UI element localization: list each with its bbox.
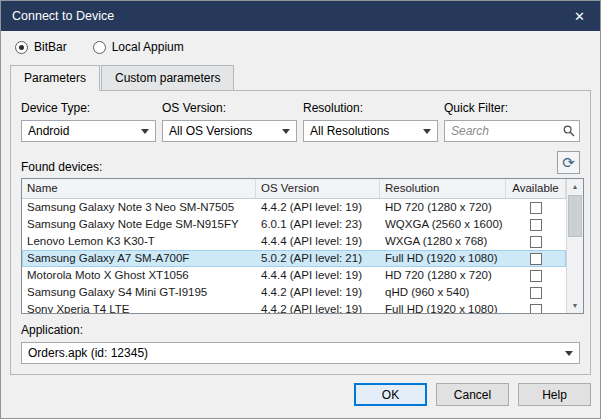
tab-custom-parameters-label: Custom parameters: [115, 71, 220, 85]
radio-selected-icon: [15, 41, 28, 54]
cell-os-version: 4.4.2 (API level: 19): [256, 284, 380, 301]
resolution-value: All Resolutions: [310, 124, 389, 138]
vertical-scrollbar[interactable]: ▲ ▼: [566, 179, 583, 313]
application-label: Application:: [21, 323, 580, 337]
connection-type-radios: BitBar Local Appium: [1, 31, 600, 59]
quick-filter-input[interactable]: [444, 120, 580, 142]
cell-name: Samsung Galaxy A7 SM-A700F: [22, 250, 256, 267]
available-checkbox[interactable]: [530, 253, 542, 265]
application-value: Orders.apk (id: 12345): [28, 346, 148, 360]
close-icon[interactable]: ✕: [571, 8, 588, 25]
device-type-value: Android: [28, 124, 69, 138]
cell-resolution: qHD (960 x 540): [380, 284, 506, 301]
chevron-down-icon: [565, 351, 573, 356]
cell-name: Lenovo Lemon K3 K30-T: [22, 233, 256, 250]
radio-unselected-icon: [93, 41, 106, 54]
cell-os-version: 4.4.4 (API level: 19): [256, 233, 380, 250]
column-header-resolution[interactable]: Resolution: [380, 179, 506, 198]
available-checkbox[interactable]: [530, 287, 542, 299]
resolution-select[interactable]: All Resolutions: [303, 120, 438, 142]
cell-name: Sony Xperia T4 LTE: [22, 301, 256, 314]
ok-button[interactable]: OK: [354, 383, 427, 406]
resolution-label: Resolution:: [303, 101, 438, 115]
chevron-down-icon: [282, 129, 290, 134]
available-checkbox[interactable]: [530, 236, 542, 248]
radio-bitbar[interactable]: BitBar: [15, 40, 67, 54]
cell-resolution: Full HD (1920 x 1080): [380, 301, 506, 314]
available-checkbox[interactable]: [530, 304, 542, 315]
cell-resolution: WQXGA (2560 x 1600): [380, 216, 506, 233]
cell-resolution: Full HD (1920 x 1080): [380, 250, 506, 267]
scroll-up-icon[interactable]: ▲: [567, 179, 583, 194]
column-header-name[interactable]: Name: [22, 179, 256, 198]
device-row[interactable]: Sony Xperia T4 LTE 4.4.2 (API level: 19)…: [22, 301, 566, 314]
tab-parameters[interactable]: Parameters: [10, 65, 100, 91]
help-button[interactable]: Help: [518, 383, 591, 406]
available-checkbox[interactable]: [530, 202, 542, 214]
cell-os-version: 5.0.2 (API level: 21): [256, 250, 380, 267]
cell-resolution: HD 720 (1280 x 720): [380, 199, 506, 216]
tab-strip: Parameters Custom parameters: [1, 64, 600, 90]
tab-custom-parameters[interactable]: Custom parameters: [101, 65, 234, 91]
radio-local-appium[interactable]: Local Appium: [93, 40, 184, 54]
filter-bar: Device Type: Android OS Version: All OS …: [21, 101, 580, 142]
connect-to-device-dialog: Connect to Device ✕ BitBar Local Appium …: [0, 0, 601, 419]
device-row[interactable]: Samsung Galaxy S4 Mini GT-I9195 4.4.2 (A…: [22, 284, 566, 301]
os-version-select[interactable]: All OS Versions: [162, 120, 297, 142]
scrollbar-thumb[interactable]: [568, 195, 582, 237]
device-row[interactable]: Samsung Galaxy Note Edge SM-N915FY 6.0.1…: [22, 216, 566, 233]
column-header-os-version[interactable]: OS Version: [256, 179, 380, 198]
parameters-tab-panel: Device Type: Android OS Version: All OS …: [10, 90, 591, 375]
cell-resolution: HD 720 (1280 x 720): [380, 267, 506, 284]
dialog-title: Connect to Device: [12, 9, 114, 23]
devices-table: Name OS Version Resolution Available Sam…: [21, 178, 584, 314]
quick-filter-label: Quick Filter:: [444, 101, 580, 115]
cell-name: Samsung Galaxy Note 3 Neo SM-N7505: [22, 199, 256, 216]
scroll-down-icon[interactable]: ▼: [567, 298, 583, 313]
dialog-buttons: OK Cancel Help: [10, 383, 591, 406]
available-checkbox[interactable]: [530, 270, 542, 282]
found-devices-label: Found devices:: [21, 160, 102, 174]
device-row[interactable]: Lenovo Lemon K3 K30-T 4.4.4 (API level: …: [22, 233, 566, 250]
title-bar: Connect to Device ✕: [1, 1, 600, 31]
radio-local-appium-label: Local Appium: [112, 40, 184, 54]
cell-os-version: 4.4.4 (API level: 19): [256, 267, 380, 284]
tab-parameters-label: Parameters: [24, 71, 86, 85]
radio-bitbar-label: BitBar: [34, 40, 67, 54]
table-header: Name OS Version Resolution Available: [22, 179, 566, 199]
column-header-available[interactable]: Available: [506, 179, 566, 198]
search-icon: [563, 125, 575, 137]
cell-name: Samsung Galaxy S4 Mini GT-I9195: [22, 284, 256, 301]
device-row[interactable]: Samsung Galaxy Note 3 Neo SM-N7505 4.4.2…: [22, 199, 566, 216]
cell-os-version: 4.4.2 (API level: 19): [256, 199, 380, 216]
cell-name: Samsung Galaxy Note Edge SM-N915FY: [22, 216, 256, 233]
cell-name: Motorola Moto X Ghost XT1056: [22, 267, 256, 284]
os-version-value: All OS Versions: [169, 124, 252, 138]
refresh-button[interactable]: ⟳: [557, 151, 580, 174]
cell-resolution: WXGA (1280 x 768): [380, 233, 506, 250]
device-type-label: Device Type:: [21, 101, 156, 115]
found-devices-row: Found devices: ⟳: [21, 151, 580, 174]
os-version-label: OS Version:: [162, 101, 297, 115]
device-type-select[interactable]: Android: [21, 120, 156, 142]
cell-os-version: 6.0.1 (API level: 23): [256, 216, 380, 233]
available-checkbox[interactable]: [530, 219, 542, 231]
chevron-down-icon: [423, 129, 431, 134]
chevron-down-icon: [141, 129, 149, 134]
refresh-icon: ⟳: [562, 155, 575, 170]
cancel-button[interactable]: Cancel: [436, 383, 509, 406]
device-row-selected[interactable]: Samsung Galaxy A7 SM-A700F 5.0.2 (API le…: [22, 250, 566, 267]
device-row[interactable]: Motorola Moto X Ghost XT1056 4.4.4 (API …: [22, 267, 566, 284]
application-select[interactable]: Orders.apk (id: 12345): [21, 342, 580, 364]
cell-os-version: 4.4.2 (API level: 19): [256, 301, 380, 314]
